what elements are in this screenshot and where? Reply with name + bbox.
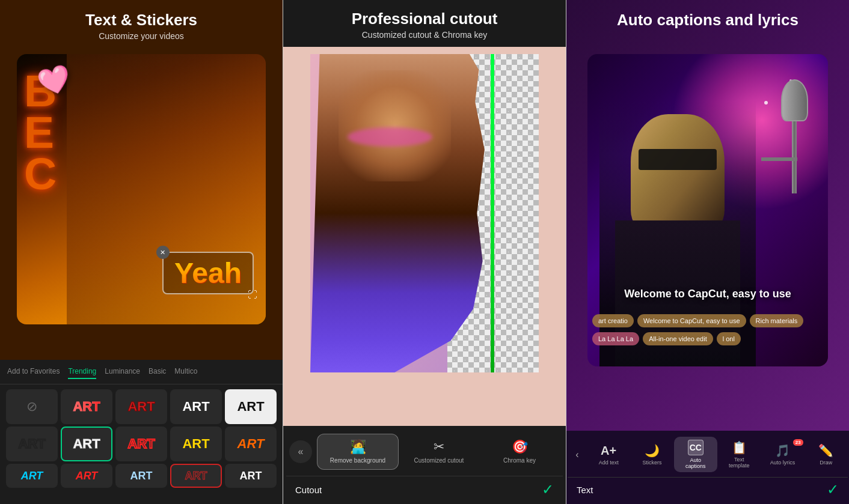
art-item-9[interactable]: ART: [225, 427, 277, 461]
art-item-10[interactable]: ART: [6, 464, 58, 488]
tab-favorites[interactable]: Add to Favorites: [7, 365, 60, 379]
add-text-icon: A+: [601, 444, 616, 458]
p2-tool-remove-bg[interactable]: 🧑‍💻 Remove background: [317, 434, 399, 470]
p3-chips-row1: art creatio Welcome to CapCut, easy to u…: [587, 314, 828, 327]
art-text-14: ART: [240, 470, 262, 482]
art-grid-row3: ART ART ART ART ART: [0, 464, 283, 488]
draw-icon: ✏️: [818, 443, 833, 458]
panel-1-subtitle: Customize your videos: [6, 31, 277, 41]
panel-auto-captions: Auto captions and lyrics: [566, 0, 849, 504]
p1-bg: B E C 🩷 ✕ Yeah ⛶: [17, 54, 266, 324]
chip-3: Rich materials: [750, 314, 804, 327]
yeah-text: Yeah: [174, 257, 242, 290]
custom-cutout-icon: ✂: [434, 439, 444, 455]
panel-2-title: Professional cutout: [289, 10, 560, 28]
p3-caption-text: Welcome to CapCut, easy to use: [587, 288, 828, 300]
p3-tools-row: ‹ A+ Add text 🌙 Stickers CC Autocaptions…: [568, 434, 848, 477]
art-text-5: ART: [18, 436, 45, 452]
tab-basic[interactable]: Basic: [149, 365, 166, 379]
p2-controls: « 🧑‍💻 Remove background ✂ Customized cut…: [283, 426, 566, 504]
p3-tool-stickers[interactable]: 🌙 Stickers: [630, 440, 673, 469]
art-grid-row2: ART ART ART ART ART: [0, 427, 283, 464]
p2-tool-chroma[interactable]: 🎯 Chroma key: [479, 434, 560, 469]
p2-image-area: [310, 54, 539, 372]
art-item-3[interactable]: ART: [170, 389, 222, 424]
tab-trending[interactable]: Trending: [68, 365, 96, 379]
p2-back-button[interactable]: «: [289, 440, 312, 463]
art-item-11[interactable]: ART: [61, 464, 112, 488]
panel-1-header: Text & Stickers Customize your videos: [0, 0, 283, 48]
draw-label: Draw: [820, 460, 832, 466]
p2-green-outline: [491, 54, 494, 372]
p3-check-icon[interactable]: ✓: [827, 481, 839, 498]
panel-text-stickers: Text & Stickers Customize your videos B …: [0, 0, 283, 504]
resize-icon[interactable]: ⛶: [248, 290, 257, 300]
art-text-2: ART: [127, 399, 155, 414]
art-text-3: ART: [182, 399, 209, 414]
chip-2: Welcome to CapCut, easy to use: [637, 314, 746, 327]
p1-controls: Add to Favorites Trending Luminance Basi…: [0, 360, 283, 504]
art-item-4[interactable]: ART: [225, 389, 277, 424]
p2-check-icon[interactable]: ✓: [542, 481, 554, 498]
art-text-1: ART: [73, 399, 100, 414]
art-text-9: ART: [238, 436, 265, 452]
p2-eye-makeup: [348, 127, 432, 147]
p3-tool-text-template[interactable]: 📋 Texttemplate: [717, 437, 761, 472]
yeah-text-box[interactable]: ✕ Yeah ⛶: [162, 252, 254, 294]
p2-bottom-nav: Cutout ✓: [286, 476, 563, 504]
art-text-11: ART: [76, 470, 98, 482]
art-item-13[interactable]: ART: [170, 464, 222, 488]
chroma-key-label: Chroma key: [503, 457, 536, 464]
panel-3-title: Auto captions and lyrics: [572, 11, 843, 29]
p2-tool-custom-cutout[interactable]: ✂ Customized cutout: [399, 434, 479, 469]
art-text-10: ART: [21, 470, 43, 482]
p3-tool-auto-captions[interactable]: CC Autocaptions: [674, 437, 717, 472]
p3-mic-container: [773, 79, 816, 282]
p1-image-area: B E C 🩷 ✕ Yeah ⛶: [17, 54, 266, 324]
p3-chips-row2: La La La La All-in-one video edit l onl: [587, 332, 828, 345]
auto-lyrics-label: Auto lyrics: [770, 460, 795, 466]
panel-3-header: Auto captions and lyrics: [566, 0, 849, 37]
p3-tool-draw[interactable]: ✏️ Draw: [805, 440, 848, 469]
tab-luminance[interactable]: Luminance: [105, 365, 140, 379]
chip-6: l onl: [717, 332, 741, 345]
auto-lyrics-badge: 23: [793, 439, 803, 446]
art-item-5[interactable]: ART: [6, 427, 58, 461]
remove-bg-icon: 🧑‍💻: [350, 439, 366, 455]
auto-captions-label: Autocaptions: [685, 457, 706, 469]
p3-tool-auto-lyrics[interactable]: 🎵 Auto lyrics 23: [761, 440, 804, 469]
art-item-2[interactable]: ART: [115, 389, 167, 424]
stickers-icon: 🌙: [645, 443, 660, 458]
tab-multicolor[interactable]: Multico: [174, 365, 197, 379]
art-text-6: ART: [73, 436, 100, 452]
auto-captions-icon: CC: [688, 440, 703, 455]
panel-professional-cutout: Professional cutout Customized cutout & …: [283, 0, 566, 504]
art-grid-row1: ⊘ ART ART ART ART: [0, 384, 283, 427]
p2-bottom-label: Cutout: [295, 485, 322, 495]
p3-controls: ‹ A+ Add text 🌙 Stickers CC Autocaptions…: [566, 431, 849, 504]
art-item-1[interactable]: ART: [61, 389, 112, 424]
p3-bottom-nav: Text ✓: [568, 477, 848, 504]
art-text-8: ART: [182, 436, 209, 452]
p3-bottom-label: Text: [577, 485, 593, 495]
star-1: [764, 101, 768, 105]
art-item-12[interactable]: ART: [115, 464, 167, 488]
chip-1: art creatio: [592, 314, 634, 327]
art-item-7[interactable]: ART: [115, 427, 167, 461]
art-text-13: ART: [185, 470, 207, 482]
text-template-icon: 📋: [732, 440, 747, 455]
close-icon[interactable]: ✕: [156, 246, 170, 259]
custom-cutout-label: Customized cutout: [414, 457, 464, 464]
panel-2-subtitle: Customized cutout & Chroma key: [289, 30, 560, 40]
art-item-8[interactable]: ART: [170, 427, 222, 461]
art-item-none[interactable]: ⊘: [6, 389, 58, 424]
p3-tool-add-text[interactable]: A+ Add text: [587, 441, 630, 469]
p3-bg: Welcome to CapCut, easy to use art creat…: [587, 54, 828, 366]
art-text-7: ART: [127, 436, 155, 452]
art-item-6[interactable]: ART: [61, 427, 112, 461]
art-item-14[interactable]: ART: [225, 464, 277, 488]
panel-1-title: Text & Stickers: [6, 11, 277, 29]
p3-prev-button[interactable]: ‹: [568, 445, 587, 464]
p2-face: [339, 70, 451, 182]
p3-image-area: Welcome to CapCut, easy to use art creat…: [587, 54, 828, 366]
